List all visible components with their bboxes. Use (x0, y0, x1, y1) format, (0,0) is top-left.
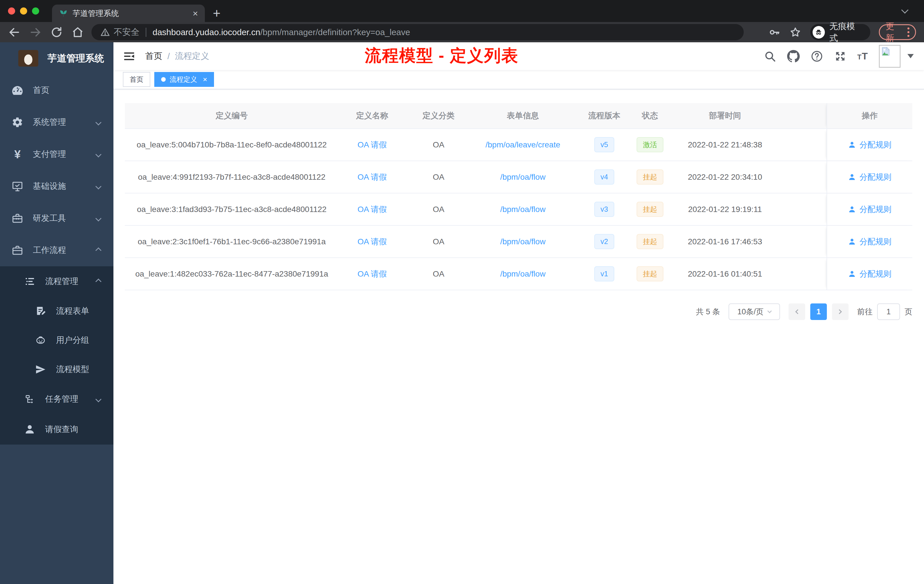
update-button[interactable]: 更新 (879, 24, 916, 40)
font-size-icon[interactable]: TT (858, 51, 868, 62)
cell-definition-id: oa_leave:5:004b710b-7b8a-11ec-8ef0-acde4… (125, 140, 338, 149)
sidebar-item-label: 请假查询 (45, 424, 78, 435)
sidebar-item-process-model[interactable]: 流程模型 (0, 355, 114, 384)
sidebar-item-label: 流程表单 (56, 305, 89, 317)
assign-rule-button[interactable]: 分配规则 (848, 269, 891, 279)
forward-icon[interactable] (29, 26, 42, 39)
assign-rule-button[interactable]: 分配规则 (848, 139, 891, 150)
person-icon (848, 270, 856, 278)
sidebar-item-infrastructure[interactable]: 基础设施 (0, 170, 114, 202)
tag-close-icon[interactable]: × (203, 75, 207, 84)
goto-page-input[interactable] (877, 304, 900, 320)
column-header: 定义编号 (125, 110, 338, 121)
logo[interactable]: 芋道管理系统 (0, 42, 114, 74)
not-secure-warning-icon (100, 27, 110, 38)
sidebar-toggle-icon[interactable] (123, 50, 135, 63)
form-link[interactable]: /bpm/oa/leave/create (485, 140, 560, 149)
pagination-total: 共 5 条 (696, 307, 720, 317)
page-number-button[interactable]: 1 (810, 304, 827, 320)
table-row: oa_leave:1:482ec033-762a-11ec-8477-a2380… (125, 258, 912, 290)
paper-plane-icon (34, 363, 48, 376)
avatar-caret-icon[interactable] (908, 54, 914, 58)
sidebar-item-label: 任务管理 (45, 393, 78, 405)
cell-deploy-time: 2022-01-22 20:34:10 (666, 173, 784, 182)
address-bar[interactable]: 不安全 dashboard.yudao.iocoder.cn/bpm/manag… (91, 24, 744, 40)
table-row: oa_leave:4:991f2193-7b7f-11ec-a3c8-acde4… (125, 161, 912, 193)
assign-rule-button[interactable]: 分配规则 (848, 236, 891, 247)
search-icon[interactable] (764, 50, 776, 63)
status-badge: 挂起 (637, 170, 663, 185)
url-path: /bpm/manager/definition?key=oa_leave (260, 27, 410, 37)
browser-tab[interactable]: 芋道管理系统 × (52, 5, 205, 22)
status-badge: 挂起 (637, 202, 663, 217)
sidebar-item-label: 研发工具 (33, 213, 66, 224)
sidebar-item-payment[interactable]: ¥ 支付管理 (0, 138, 114, 170)
page-size-select[interactable]: 10条/页 (729, 304, 780, 320)
sidebar-item-system[interactable]: 系统管理 (0, 106, 114, 138)
definition-name-link[interactable]: OA 请假 (357, 140, 387, 149)
cell-definition-id: oa_leave:4:991f2193-7b7f-11ec-a3c8-acde4… (125, 173, 338, 182)
gear-icon (11, 116, 24, 129)
column-header: 流程版本 (574, 110, 634, 121)
chevron-down-icon (96, 215, 101, 221)
window-close-button[interactable] (8, 7, 15, 15)
goto-label: 前往 (857, 307, 873, 317)
sidebar-item-user-group[interactable]: 用户分组 (0, 326, 114, 355)
incognito-badge[interactable]: 无痕模式 (810, 24, 871, 40)
definition-name-link[interactable]: OA 请假 (357, 205, 387, 214)
form-link[interactable]: /bpm/oa/flow (500, 269, 546, 278)
help-icon[interactable] (810, 50, 823, 63)
app-title: 芋道管理系统 (48, 52, 104, 65)
broken-image-icon (881, 46, 891, 56)
form-link[interactable]: /bpm/oa/flow (500, 237, 546, 246)
breadcrumb: 首页 / 流程定义 (145, 50, 209, 62)
sidebar-item-process-form[interactable]: 流程表单 (0, 297, 114, 326)
sidebar-item-dev-tools[interactable]: 研发工具 (0, 202, 114, 234)
form-link[interactable]: /bpm/oa/flow (500, 173, 546, 181)
person-icon (848, 141, 856, 149)
chevron-down-icon (96, 183, 101, 189)
new-tab-button[interactable]: + (213, 7, 221, 20)
tag-process-definition[interactable]: 流程定义 × (154, 72, 214, 87)
fullscreen-icon[interactable] (834, 50, 846, 63)
breadcrumb-home[interactable]: 首页 (145, 50, 162, 62)
sidebar-item-workflow[interactable]: 工作流程 (0, 234, 114, 266)
sidebar-item-home[interactable]: 首页 (0, 74, 114, 106)
sidebar-item-label: 用户分组 (56, 335, 89, 346)
bookmark-star-icon[interactable] (789, 26, 802, 39)
window-zoom-button[interactable] (32, 7, 39, 15)
definition-name-link[interactable]: OA 请假 (357, 237, 387, 246)
tag-label: 首页 (130, 75, 144, 84)
version-badge: v5 (594, 137, 614, 152)
form-link[interactable]: /bpm/oa/flow (500, 205, 546, 214)
cell-category: OA (406, 173, 472, 182)
tag-home[interactable]: 首页 (123, 72, 150, 87)
logo-rabbit-image (18, 50, 38, 66)
app-navbar: 首页 / 流程定义 流程模型 - 定义列表 TT (114, 42, 924, 70)
next-page-button[interactable] (832, 304, 848, 320)
tab-close-icon[interactable]: × (193, 9, 198, 18)
browser-menu-icon[interactable] (908, 27, 909, 37)
goto-unit: 页 (904, 307, 912, 317)
password-key-icon[interactable] (768, 26, 780, 39)
security-label: 不安全 (114, 26, 139, 38)
avatar[interactable] (879, 45, 901, 68)
home-icon[interactable] (71, 26, 84, 39)
sidebar-item-task-management[interactable]: 任务管理 (0, 384, 114, 414)
chevron-down-icon (96, 396, 101, 402)
sidebar-item-process-management[interactable]: 流程管理 (0, 266, 114, 297)
prev-page-button[interactable] (789, 304, 805, 320)
pagination: 共 5 条 10条/页 1 前往 页 (125, 304, 912, 320)
sidebar-item-leave-query[interactable]: 请假查询 (0, 414, 114, 445)
assign-rule-button[interactable]: 分配规则 (848, 172, 891, 183)
assign-rule-button[interactable]: 分配规则 (848, 204, 891, 215)
window-minimize-button[interactable] (20, 7, 27, 15)
tab-search-caret-icon[interactable] (902, 7, 908, 14)
reload-icon[interactable] (50, 26, 63, 39)
person-icon (848, 173, 856, 181)
back-icon[interactable] (8, 26, 21, 39)
github-icon[interactable] (787, 50, 800, 63)
definition-name-link[interactable]: OA 请假 (357, 269, 387, 278)
status-badge: 挂起 (637, 266, 663, 281)
definition-name-link[interactable]: OA 请假 (357, 173, 387, 181)
